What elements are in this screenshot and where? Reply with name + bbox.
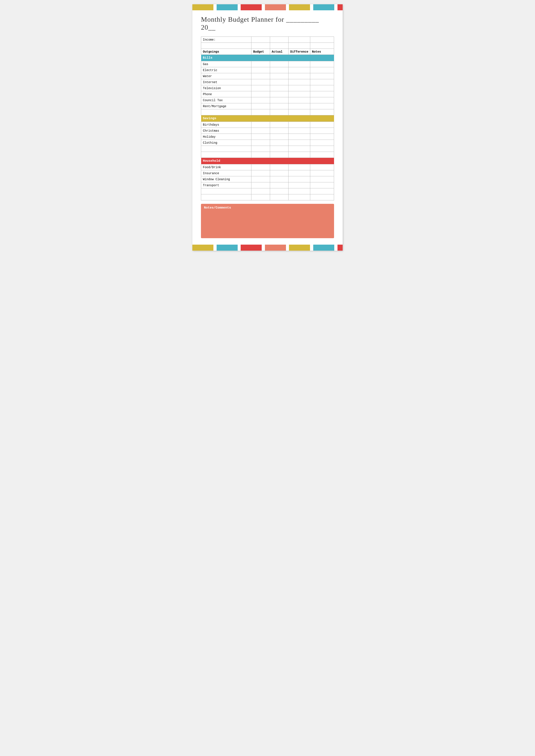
notes-title: Notes/Comments — [204, 206, 331, 210]
top-bar-teal-2 — [313, 4, 334, 10]
top-bar-gap-2 — [238, 4, 241, 10]
item-gas-diff — [289, 61, 310, 67]
income-row: Income: — [201, 37, 334, 43]
top-bar-gap-1 — [213, 4, 217, 10]
top-bar-gap-6 — [334, 4, 337, 10]
bottom-bar-red-1 — [241, 245, 262, 251]
category-bills: Bills — [201, 55, 334, 61]
item-gas: Gas — [201, 61, 251, 67]
item-holiday: Holiday — [201, 134, 251, 140]
item-gas-budget — [251, 61, 270, 67]
table-row: Water — [201, 73, 334, 79]
top-bar-gap-5 — [310, 4, 313, 10]
bottom-bar-gap-3 — [262, 245, 265, 251]
top-bar-teal-1 — [217, 4, 238, 10]
top-bar-red-2 — [337, 4, 343, 10]
table-row: Birthdays — [201, 122, 334, 128]
item-transport: Transport — [201, 182, 251, 189]
item-water: Water — [201, 73, 251, 79]
top-bar-salmon-1 — [265, 4, 286, 10]
bottom-bar-red-2 — [337, 245, 343, 251]
top-bar-gap-3 — [262, 4, 265, 10]
spacer-row-6 — [201, 194, 334, 200]
top-bar-red-1 — [241, 4, 262, 10]
budget-table: Income: Outgoings Budget Actual Differen… — [201, 37, 334, 200]
item-television: Television — [201, 85, 251, 91]
bottom-bar-yellow-1 — [192, 245, 213, 251]
spacer-row-4 — [201, 152, 334, 158]
spacer-row-2 — [201, 109, 334, 115]
top-color-bar — [192, 4, 343, 10]
item-insurance: Insurance — [201, 170, 251, 176]
item-food-drink: Food/Drink — [201, 164, 251, 170]
item-rent-mortgage: Rent/Mortgage — [201, 103, 251, 109]
table-row: Television — [201, 85, 334, 91]
main-content: Monthly Budget Planner for _________ 20_… — [192, 10, 343, 240]
item-council-tax: Council Tax — [201, 97, 251, 103]
table-row: Food/Drink — [201, 164, 334, 170]
bottom-bar-gap-1 — [213, 245, 217, 251]
table-row: Transport — [201, 182, 334, 189]
top-bar-gap-4 — [286, 4, 289, 10]
table-row: Gas — [201, 61, 334, 67]
page-title: Monthly Budget Planner for _________ 20_… — [201, 15, 334, 31]
category-household: Household — [201, 158, 334, 164]
income-label: Income: — [201, 37, 251, 43]
header-difference: Difference — [289, 49, 310, 55]
header-budget: Budget — [251, 49, 270, 55]
table-row: Insurance — [201, 170, 334, 176]
spacer-row-3 — [201, 146, 334, 152]
item-phone: Phone — [201, 91, 251, 97]
income-actual — [270, 37, 288, 43]
bottom-bar-salmon-1 — [265, 245, 286, 251]
item-birthdays: Birthdays — [201, 122, 251, 128]
header-outgoings: Outgoings — [201, 49, 251, 55]
bottom-bar-yellow-2 — [289, 245, 310, 251]
bottom-bar-teal-2 — [313, 245, 334, 251]
column-headers: Outgoings Budget Actual Difference Notes — [201, 49, 334, 55]
item-electric: Electric — [201, 67, 251, 73]
income-notes — [310, 37, 334, 43]
item-gas-notes — [310, 61, 334, 67]
income-budget — [251, 37, 270, 43]
item-gas-actual — [270, 61, 288, 67]
header-notes: Notes — [310, 49, 334, 55]
table-row: Clothing — [201, 140, 334, 146]
notes-section: Notes/Comments — [201, 204, 334, 238]
page: Monthly Budget Planner for _________ 20_… — [192, 4, 343, 251]
spacer-row-1 — [201, 43, 334, 49]
top-bar-yellow-1 — [192, 4, 213, 10]
spacer-row-5 — [201, 189, 334, 194]
table-row: Rent/Mortgage — [201, 103, 334, 109]
table-row: Electric — [201, 67, 334, 73]
income-diff — [289, 37, 310, 43]
category-household-label: Household — [201, 158, 334, 164]
table-row: Internet — [201, 79, 334, 85]
table-row: Holiday — [201, 134, 334, 140]
bottom-bar-gap-6 — [334, 245, 337, 251]
category-bills-label: Bills — [201, 55, 334, 61]
item-internet: Internet — [201, 79, 251, 85]
item-clothing: Clothing — [201, 140, 251, 146]
top-bar-yellow-2 — [289, 4, 310, 10]
bottom-bar-teal-1 — [217, 245, 238, 251]
bottom-color-bar — [192, 245, 343, 251]
table-row: Phone — [201, 91, 334, 97]
bottom-bar-gap-2 — [238, 245, 241, 251]
bottom-bar-gap-5 — [310, 245, 313, 251]
item-window-cleaning: Window Cleaning — [201, 176, 251, 182]
table-row: Council Tax — [201, 97, 334, 103]
category-savings-label: Savings — [201, 115, 334, 122]
header-actual: Actual — [270, 49, 288, 55]
category-savings: Savings — [201, 115, 334, 122]
table-row: Window Cleaning — [201, 176, 334, 182]
bottom-bar-gap-4 — [286, 245, 289, 251]
item-christmas: Christmas — [201, 128, 251, 134]
table-row: Christmas — [201, 128, 334, 134]
